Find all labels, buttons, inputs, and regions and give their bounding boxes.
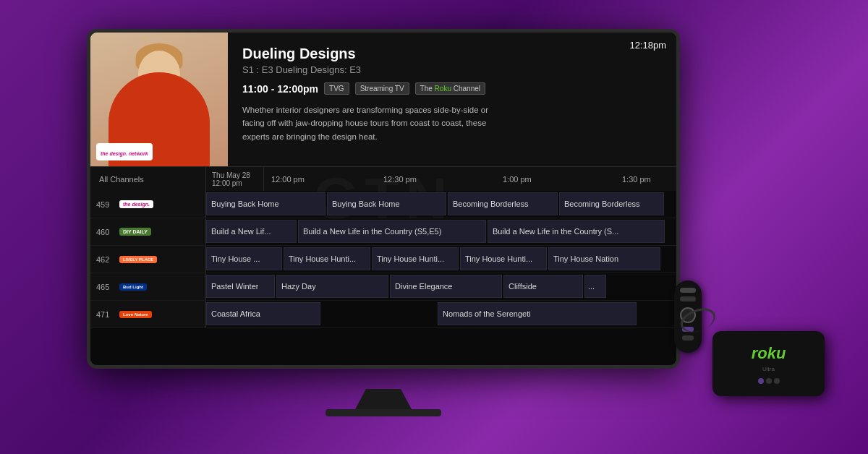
program[interactable]: Tiny House Hunti... [372, 247, 459, 270]
program-text: Tiny House Hunti... [289, 254, 356, 263]
roku-box: roku Ultra [712, 331, 825, 396]
channel-info: 459 the design. [90, 191, 206, 218]
show-time: 11:00 - 12:00pm [242, 83, 318, 95]
info-panel: the design. network Dueling Designs S1 :… [90, 33, 676, 166]
program[interactable]: Hazy Day [276, 275, 388, 298]
program-text: Hazy Day [281, 282, 316, 291]
badge-roku: The Roku Channel [415, 82, 485, 95]
epg-row: 471 Love Nature Coastal Africa Nomads of… [90, 301, 676, 328]
program[interactable]: Tiny House ... [206, 247, 282, 270]
epg-row: 465 Bud Light Pastel Winter Hazy Day Div… [90, 273, 676, 301]
program[interactable]: Nomads of the Serengeti [438, 302, 637, 325]
epg-date-col: Thu May 28 12:00 pm [206, 167, 264, 191]
program-text: Buying Back Home [332, 200, 400, 208]
program-text: Tiny House Nation [553, 254, 618, 263]
channel-logo-462: LIVELY PLACE [119, 256, 157, 263]
show-thumbnail: the design. network [90, 33, 228, 166]
show-episode: S1 : E3 Dueling Designs: E3 [242, 64, 662, 75]
program-text: Tiny House Hunti... [377, 254, 444, 263]
all-channels-label: All Channels [90, 167, 206, 191]
program-text: Build a New Life in the Country (S... [493, 227, 618, 236]
program[interactable]: Pastel Winter [206, 275, 275, 298]
programs-460: Build a New Lif... Build a New Life in t… [206, 218, 676, 245]
roku-logo: roku [752, 344, 786, 363]
program-text: Tiny House ... [211, 254, 260, 263]
program[interactable]: Divine Elegance [390, 275, 502, 298]
program-text: Coastal Africa [211, 309, 260, 318]
channel-info: 471 Love Nature [90, 301, 206, 327]
roku-device-group: roku Ultra [665, 273, 825, 403]
badge-tvg: TVG [324, 82, 349, 95]
program[interactable]: Cliffside [503, 275, 583, 298]
epg-rows: 459 the design. Buying Back Home Buying … [90, 191, 676, 328]
epg-header: All Channels Thu May 28 12:00 pm 12:00 p… [90, 166, 676, 191]
channel-logo-459: the design. [119, 200, 153, 208]
time-header-3: 1:30 pm [622, 175, 651, 184]
program-text: Tiny House Hunti... [465, 254, 532, 263]
program[interactable]: ... [584, 275, 606, 298]
program[interactable]: Becoming Borderless [448, 192, 558, 215]
tv-stand [354, 389, 412, 411]
channel-num: 465 [96, 283, 115, 291]
program[interactable]: Buying Back Home [206, 192, 326, 215]
programs-471: Coastal Africa Nomads of the Serengeti [206, 301, 676, 327]
channel-info: 462 LIVELY PLACE [90, 246, 206, 273]
tv-base [326, 409, 441, 416]
show-details: Dueling Designs S1 : E3 Dueling Designs:… [228, 33, 676, 166]
show-description: Whether interior designers are transform… [242, 103, 503, 143]
program-text: Pastel Winter [211, 282, 258, 291]
program-text: Build a New Life in the Country (S5,E5) [303, 227, 441, 236]
channel-num: 460 [96, 228, 115, 236]
epg-row: 460 DIY DAILY Build a New Lif... Build a… [90, 218, 676, 246]
time-header-2: 1:00 pm [503, 175, 532, 184]
program-text: Divine Elegance [395, 282, 453, 291]
program-text: Build a New Lif... [211, 227, 271, 236]
channel-logo-465: Bud Light [119, 283, 147, 291]
epg-date-line2: 12:00 pm [212, 179, 258, 187]
tv-frame: GTN 12:18pm the design. network [87, 29, 680, 369]
programs-459: Buying Back Home Buying Back Home Becomi… [206, 191, 676, 218]
channel-logo-thumbnail: the design. network [96, 143, 153, 160]
programs-462: Tiny House ... Tiny House Hunti... Tiny … [206, 246, 676, 273]
program[interactable]: Coastal Africa [206, 302, 320, 325]
channel-num: 471 [96, 310, 115, 319]
channel-num: 462 [96, 255, 115, 264]
program[interactable]: Tiny House Nation [548, 247, 660, 270]
tv-screen: GTN 12:18pm the design. network [90, 33, 676, 365]
clock-display: 12:18pm [629, 40, 666, 51]
epg-time-header-row: 12:00 pm 12:30 pm 1:00 pm 1:30 pm [264, 167, 676, 191]
program[interactable]: Buying Back Home [327, 192, 446, 215]
channel-logo-471: Love Nature [119, 311, 152, 318]
program[interactable]: Tiny House Hunti... [460, 247, 547, 270]
program-text: Cliffside [509, 282, 537, 291]
show-title: Dueling Designs [242, 46, 662, 62]
show-time-row: 11:00 - 12:00pm TVG Streaming TV The Rok… [242, 82, 662, 95]
programs-465: Pastel Winter Hazy Day Divine Elegance C… [206, 273, 676, 300]
program[interactable]: Build a New Life in the Country (S... [488, 220, 665, 243]
program[interactable]: Build a New Lif... [206, 220, 297, 243]
program[interactable]: Becoming Borderless [559, 192, 664, 215]
time-header-1: 12:30 pm [383, 175, 417, 184]
program[interactable]: Build a New Life in the Country (S5,E5) [298, 220, 486, 243]
program-text: Becoming Borderless [453, 200, 529, 208]
time-header-0: 12:00 pm [271, 175, 305, 184]
badge-streaming: Streaming TV [355, 82, 409, 95]
epg-date-line1: Thu May 28 [212, 171, 258, 179]
program-text: Nomads of the Serengeti [443, 309, 531, 318]
program-text: Buying Back Home [211, 200, 279, 208]
program-text: Becoming Borderless [564, 200, 640, 208]
epg-row: 459 the design. Buying Back Home Buying … [90, 191, 676, 218]
channel-info: 465 Bud Light [90, 273, 206, 300]
program[interactable]: Tiny House Hunti... [284, 247, 370, 270]
channel-num: 459 [96, 200, 115, 209]
channel-info: 460 DIY DAILY [90, 218, 206, 245]
program-text: ... [588, 282, 595, 291]
channel-logo-460: DIY DAILY [119, 228, 151, 236]
epg-row: 462 LIVELY PLACE Tiny House ... Tiny Hou… [90, 246, 676, 273]
